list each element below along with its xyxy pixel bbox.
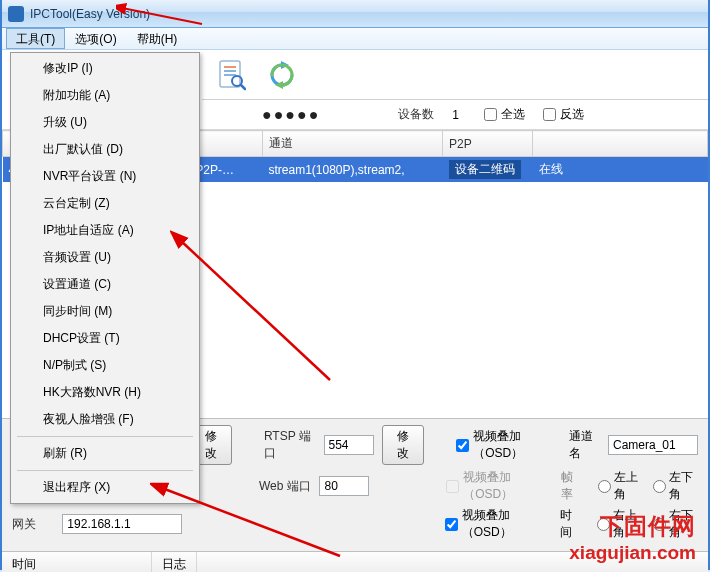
dd-nvr[interactable]: NVR平台设置 (N) bbox=[13, 163, 197, 190]
svg-line-5 bbox=[241, 85, 245, 89]
dd-upgrade[interactable]: 升级 (U) bbox=[13, 109, 197, 136]
dd-ptz[interactable]: 云台定制 (Z) bbox=[13, 190, 197, 217]
select-all-checkbox[interactable]: 全选 bbox=[484, 106, 525, 123]
dd-separator bbox=[17, 436, 193, 437]
rtsp-modify-button[interactable]: 修改 bbox=[382, 425, 425, 465]
toolbar-search-button[interactable] bbox=[212, 55, 252, 95]
col-header-p2p[interactable]: P2P bbox=[443, 131, 533, 157]
tools-dropdown: 修改IP (I) 附加功能 (A) 升级 (U) 出厂默认值 (D) NVR平台… bbox=[10, 52, 200, 504]
dd-sync-time[interactable]: 同步时间 (M) bbox=[13, 298, 197, 325]
time-label: 时间 bbox=[560, 507, 581, 541]
time-position-radios[interactable]: 右上角 右下角 bbox=[597, 507, 698, 541]
app-icon bbox=[8, 6, 24, 22]
osd-channel-checkbox[interactable]: 视频叠加（OSD） bbox=[456, 428, 555, 462]
menubar: 工具(T) 选项(O) 帮助(H) bbox=[2, 28, 708, 50]
menu-tools[interactable]: 工具(T) bbox=[6, 28, 65, 49]
gateway-label: 网关 bbox=[12, 516, 54, 533]
svg-rect-0 bbox=[220, 61, 240, 87]
window-title: IPCTool(Easy Version) bbox=[30, 7, 150, 21]
dd-night-face[interactable]: 夜视人脸增强 (F) bbox=[13, 406, 197, 433]
log-header-msg[interactable]: 日志 bbox=[152, 552, 197, 572]
dd-hk-nvr[interactable]: HK大路数NVR (H) bbox=[13, 379, 197, 406]
device-count-label: 设备数 bbox=[398, 106, 434, 123]
dd-audio[interactable]: 音频设置 (U) bbox=[13, 244, 197, 271]
gateway-field[interactable] bbox=[62, 514, 182, 534]
rtsp-port-field[interactable] bbox=[324, 435, 374, 455]
log-header-time[interactable]: 时间 bbox=[2, 552, 152, 572]
log-area: 时间 日志 2018-03-14 12:42:14设备(192.168.1.15… bbox=[2, 551, 708, 572]
web-port-field[interactable] bbox=[319, 476, 369, 496]
osd-time-checkbox[interactable]: 视频叠加（OSD） bbox=[445, 507, 547, 541]
dd-dhcp[interactable]: DHCP设置 (T) bbox=[13, 325, 197, 352]
dd-factory[interactable]: 出厂默认值 (D) bbox=[13, 136, 197, 163]
toolbar-refresh-button[interactable] bbox=[262, 55, 302, 95]
dd-modify-ip[interactable]: 修改IP (I) bbox=[13, 55, 197, 82]
dd-exit[interactable]: 退出程序 (X) bbox=[13, 474, 197, 501]
dd-np[interactable]: N/P制式 (S) bbox=[13, 352, 197, 379]
dd-ip-adapt[interactable]: IP地址自适应 (A) bbox=[13, 217, 197, 244]
fps-label: 帧率 bbox=[561, 469, 582, 503]
document-search-icon bbox=[218, 59, 246, 91]
menu-options[interactable]: 选项(O) bbox=[65, 28, 126, 49]
col-header-status[interactable] bbox=[533, 131, 708, 157]
titlebar: IPCTool(Easy Version) bbox=[2, 0, 708, 28]
rtsp-port-label: RTSP 端口 bbox=[264, 428, 316, 462]
dd-channel[interactable]: 设置通道 (C) bbox=[13, 271, 197, 298]
dd-separator bbox=[17, 470, 193, 471]
col-header-channel[interactable]: 通道 bbox=[263, 131, 443, 157]
toolbar bbox=[202, 50, 708, 100]
menu-help[interactable]: 帮助(H) bbox=[127, 28, 188, 49]
osd-fps-checkbox: 视频叠加（OSD） bbox=[446, 469, 547, 503]
device-count-value: 1 bbox=[452, 108, 466, 122]
refresh-icon bbox=[267, 60, 297, 90]
p2p-qrcode-badge[interactable]: 设备二维码 bbox=[449, 160, 521, 179]
channel-name-field[interactable] bbox=[608, 435, 698, 455]
dd-extra[interactable]: 附加功能 (A) bbox=[13, 82, 197, 109]
dd-refresh[interactable]: 刷新 (R) bbox=[13, 440, 197, 467]
web-port-label: Web 端口 bbox=[259, 478, 312, 495]
password-dots: ●●●●● bbox=[262, 106, 320, 124]
chan-name-label: 通道名 bbox=[569, 428, 600, 462]
fps-position-radios[interactable]: 左上角 左下角 bbox=[598, 469, 698, 503]
invert-selection-checkbox[interactable]: 反选 bbox=[543, 106, 584, 123]
